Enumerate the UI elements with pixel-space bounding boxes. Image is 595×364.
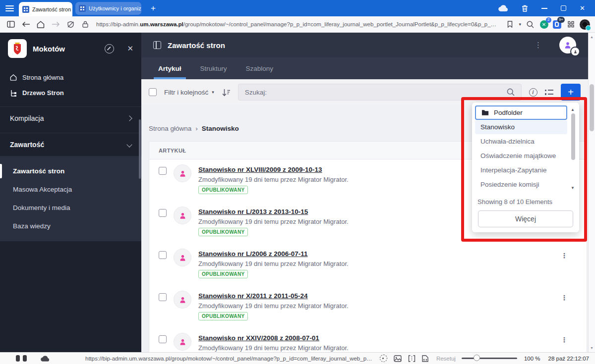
window-minimize-button[interactable] xyxy=(541,8,547,9)
goto-site-compass-icon[interactable] xyxy=(105,44,114,53)
tab-struktury[interactable]: Struktury xyxy=(191,57,237,79)
sidebar-scrollbar[interactable] xyxy=(139,119,141,179)
bookmarks-caret-icon[interactable]: ▾ xyxy=(519,22,521,27)
scrollbar-down-arrow[interactable]: ▼ xyxy=(589,346,595,350)
dropdown-item-stanowisko[interactable]: Stanowisko xyxy=(475,120,567,134)
sidebar-item-masowa-akceptacja[interactable]: Masowa Akceptacja xyxy=(0,180,141,199)
window-maximize-button[interactable] xyxy=(561,5,566,11)
home-button[interactable] xyxy=(35,18,47,30)
sidebar-subsection: Zawartość stron Masowa Akceptacja Dokume… xyxy=(0,156,141,241)
dropdown-scrollbar-thumb[interactable] xyxy=(571,113,575,160)
datetime-text: 28 paź 22:12:07 xyxy=(548,356,590,362)
row-avatar xyxy=(174,249,191,266)
article-title-link[interactable]: Stanowisko nr XLVIII/2009 z 2009-10-13 xyxy=(198,166,349,173)
extension-badge: 9+ xyxy=(557,17,565,23)
page-code-icon[interactable] xyxy=(422,355,428,362)
new-tab-button[interactable]: + xyxy=(147,3,159,13)
sidebar-item-baza-wiedzy[interactable]: Baza wiedzy xyxy=(0,217,141,235)
extension-x-icon[interactable]: ✕ 2 xyxy=(539,19,549,29)
tab-favicon-icon xyxy=(22,6,29,13)
dropdown-item-posiedzenie-komisji[interactable]: Posiedzenie komisji xyxy=(475,177,567,192)
site-logo xyxy=(8,39,27,58)
table-row: Stanowisko nr L/2006 z 2006-07-11 Zmodyf… xyxy=(149,244,587,286)
search-input[interactable]: Szukaj: xyxy=(238,84,522,101)
page-title: Zawartość stron xyxy=(168,41,528,50)
tab-szablony[interactable]: Szablony xyxy=(237,57,283,79)
app-header: Zawartość stron ⋮ xyxy=(141,33,588,57)
scrollbar-up-arrow[interactable]: ▲ xyxy=(589,35,595,39)
sidebar-item-zawartosc-stron[interactable]: Zawartość stron xyxy=(0,162,141,180)
add-button[interactable]: + xyxy=(561,84,581,101)
sidebar-toggle-icon[interactable] xyxy=(5,18,17,30)
caret-down-icon: ▾ xyxy=(212,90,214,95)
row-checkbox[interactable] xyxy=(159,293,167,301)
article-title-link[interactable]: Stanowisko nr XXIV/2008 z 2008-07-01 xyxy=(198,334,349,342)
zoom-level-text: 100 % xyxy=(524,356,540,362)
screenshot-root: Zawartość stron - Mokotów Użytkownicy i … xyxy=(0,0,595,364)
article-title-link[interactable]: Stanowisko nr L/2013 z 2013-10-15 xyxy=(198,208,349,215)
browser-profile-avatar[interactable] xyxy=(580,19,590,30)
sidebar-close-icon[interactable]: ✕ xyxy=(127,44,133,53)
breadcrumb-current: Stanowisko xyxy=(202,125,239,132)
select-all-checkbox[interactable] xyxy=(149,88,157,96)
extensions-puzzle-icon[interactable] xyxy=(565,18,577,30)
dropdown-item-oswiadczenie-majatkowe[interactable]: Oświadczenie majątkowe xyxy=(475,149,567,163)
capture-target-icon[interactable] xyxy=(380,355,387,362)
zoom-slider[interactable] xyxy=(462,358,517,359)
url-prefix: https://bip-admin. xyxy=(96,21,140,27)
selection-brackets-icon[interactable] xyxy=(408,355,416,362)
row-actions-kebab[interactable]: ⋮ xyxy=(561,252,568,260)
sidebar-section-zawartosc[interactable]: Zawartość xyxy=(0,133,141,156)
zoom-slider-knob[interactable] xyxy=(474,355,480,361)
shield-permissions-icon[interactable] xyxy=(64,18,76,30)
window-close-button[interactable]: ✕ xyxy=(580,5,585,11)
header-kebab-menu[interactable]: ⋮ xyxy=(535,41,542,50)
row-checkbox[interactable] xyxy=(159,167,167,175)
user-avatar[interactable] xyxy=(559,37,576,53)
row-actions-kebab[interactable]: ⋮ xyxy=(561,336,568,344)
dropdown-scroll-up-icon[interactable]: ▲ xyxy=(570,107,576,112)
image-icon[interactable] xyxy=(394,355,402,362)
article-modified-text: Zmodyfikowany 19 dni temu przez Migrator… xyxy=(198,218,349,225)
dropdown-item-interpelacja-zapytanie[interactable]: Interpelacja-Zapytanie xyxy=(475,163,567,177)
browser-tab-inactive[interactable]: Użytkownicy i organizacje - xyxy=(75,2,141,15)
scrollbar-thumb[interactable] xyxy=(590,84,594,131)
trash-icon[interactable] xyxy=(522,5,528,12)
dropdown-item-podfolder[interactable]: Podfolder xyxy=(475,105,567,120)
bookmark-icon[interactable] xyxy=(504,18,516,30)
breadcrumb-home[interactable]: Strona główna xyxy=(149,125,191,132)
display-style-icon[interactable] xyxy=(545,90,554,95)
info-icon[interactable]: i xyxy=(529,88,537,97)
article-title-link[interactable]: Stanowisko nr X/2011 z 2011-05-24 xyxy=(198,292,349,300)
forward-button[interactable] xyxy=(50,18,61,30)
row-avatar xyxy=(174,207,191,224)
reset-zoom-label[interactable]: Resetuj xyxy=(436,356,456,362)
page-scrollbar[interactable]: ▲ ▼ xyxy=(588,33,595,352)
address-bar[interactable]: https://bip-admin.um.warszawa.pl/group/m… xyxy=(96,21,499,27)
hamburger-menu-icon[interactable] xyxy=(0,5,19,11)
more-button[interactable]: Więcej xyxy=(478,210,573,227)
lock-icon[interactable] xyxy=(79,18,91,30)
sidebar-section-kompilacja[interactable]: Kompilacja xyxy=(0,106,141,130)
article-title-link[interactable]: Stanowisko nr L/2006 z 2006-07-11 xyxy=(198,250,349,258)
cloud-icon[interactable] xyxy=(498,5,508,11)
row-actions-kebab[interactable]: ⋮ xyxy=(561,294,568,302)
pause-icon[interactable] xyxy=(16,355,27,362)
sort-order-icon[interactable] xyxy=(222,88,231,97)
dropdown-item-uchwala-dzielnica[interactable]: Uchwała-dzielnica xyxy=(475,134,567,149)
status-badge: OPUBLIKOWANY xyxy=(198,270,248,278)
sidebar-item-drzewo-stron[interactable]: Drzewo Stron xyxy=(0,85,141,101)
search-icon[interactable] xyxy=(524,18,536,30)
row-checkbox[interactable] xyxy=(159,335,167,343)
back-button[interactable] xyxy=(20,18,32,30)
dropdown-scroll-down-icon[interactable]: ▼ xyxy=(570,186,576,190)
sidebar-item-strona-glowna[interactable]: Strona główna xyxy=(0,70,141,85)
sidebar-item-dokumenty-i-media[interactable]: Dokumenty i media xyxy=(0,199,141,217)
filter-order-dropdown[interactable]: Filtr i kolejność ▾ xyxy=(164,89,214,96)
row-checkbox[interactable] xyxy=(159,251,167,259)
row-checkbox[interactable] xyxy=(159,209,167,217)
browser-tab-active[interactable]: Zawartość stron - Mokotów xyxy=(19,2,72,16)
status-badge: OPUBLIKOWANY xyxy=(198,228,248,236)
extension-clip-icon[interactable]: 9+ xyxy=(552,19,562,29)
tab-artykul[interactable]: Artykuł xyxy=(149,57,191,79)
